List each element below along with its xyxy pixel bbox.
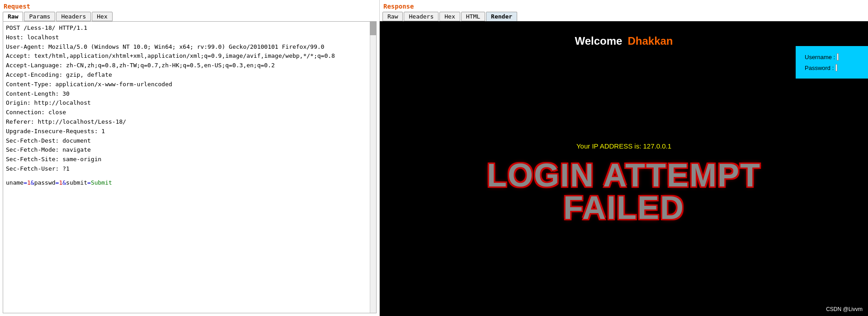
welcome-name: Dhakkan (627, 35, 673, 47)
request-line-item: Upgrade-Insecure-Requests: 1 (6, 127, 373, 136)
request-line-item: Sec-Fetch-User: ?1 (6, 164, 373, 174)
scrollbar-track[interactable] (370, 22, 376, 313)
login-attempt-failed: LOGIN ATTEMPT FAILED (487, 159, 761, 224)
response-panel: Response Raw Headers Hex HTML Render Wel… (380, 0, 868, 316)
tab-headers-response[interactable]: Headers (404, 12, 439, 21)
request-line-item: Connection: close (6, 108, 373, 117)
response-tabs: Raw Headers Hex HTML Render (380, 11, 868, 21)
body-param-uname: uname (6, 179, 24, 186)
request-line-item: Accept-Language: zh-CN,zh;q=0.8,zh-TW;q=… (6, 61, 373, 70)
request-title: Request (0, 0, 379, 11)
login-form-box: Username : Password : (796, 46, 868, 79)
body-value-submit: Submit (91, 179, 112, 186)
tab-hex-response[interactable]: Hex (439, 12, 460, 21)
response-header: Response Raw Headers Hex HTML Render (380, 0, 868, 21)
password-label: Password : (805, 65, 834, 71)
request-body: uname=1&passwd=1&submit=Submit (6, 179, 373, 186)
request-line-item: Sec-Fetch-Mode: navigate (6, 145, 373, 155)
failed-line2: FAILED (487, 191, 761, 224)
request-tabs: Raw Params Headers Hex (0, 11, 379, 21)
request-line-item: Origin: http://localhost (6, 98, 373, 108)
request-line-item: Content-Type: application/x-www-form-url… (6, 80, 373, 89)
tab-html-response[interactable]: HTML (461, 12, 485, 21)
request-panel: Request Raw Params Headers Hex POST /Les… (0, 0, 380, 316)
request-line-item: Host: localhost (6, 33, 373, 42)
request-line-item: Accept: text/html,application/xhtml+xml,… (6, 51, 373, 61)
request-lines: POST /Less-18/ HTTP/1.1Host: localhostUs… (6, 23, 373, 174)
footer-credit: CSDN @Livvm (826, 306, 863, 312)
request-line-item: Referer: http://localhost/Less-18/ (6, 117, 373, 127)
tab-raw-request[interactable]: Raw (3, 12, 23, 21)
request-line-item: Sec-Fetch-Dest: document (6, 136, 373, 146)
tab-params-request[interactable]: Params (24, 12, 55, 21)
tab-raw-response[interactable]: Raw (382, 12, 403, 21)
body-param-submit: submit (66, 179, 87, 186)
request-line-item: User-Agent: Mozilla/5.0 (Windows NT 10.0… (6, 42, 373, 52)
tab-hex-request[interactable]: Hex (92, 12, 112, 21)
username-label: Username : (805, 54, 835, 60)
tab-render-response[interactable]: Render (486, 12, 517, 21)
welcome-row: Welcome Dhakkan (575, 35, 673, 47)
welcome-text: Welcome (575, 35, 623, 47)
request-content: POST /Less-18/ HTTP/1.1Host: localhostUs… (3, 21, 377, 313)
password-input-display (835, 64, 837, 71)
username-input-display (837, 53, 839, 60)
request-line-item: Sec-Fetch-Site: same-origin (6, 155, 373, 164)
request-line-item: POST /Less-18/ HTTP/1.1 (6, 23, 373, 33)
response-title: Response (380, 0, 868, 11)
scrollbar-thumb[interactable] (370, 22, 376, 35)
request-line-item: Content-Length: 30 (6, 89, 373, 99)
tab-headers-request[interactable]: Headers (56, 12, 91, 21)
body-value-uname: 1 (27, 179, 31, 186)
render-content: Welcome Dhakkan Username : Password : Yo… (380, 21, 868, 316)
failed-line1: LOGIN ATTEMPT (487, 159, 761, 191)
body-param-passwd: passwd (34, 179, 56, 186)
ip-address-text: Your IP ADDRESS is: 127.0.0.1 (576, 142, 671, 150)
request-line-item: Accept-Encoding: gzip, deflate (6, 70, 373, 80)
